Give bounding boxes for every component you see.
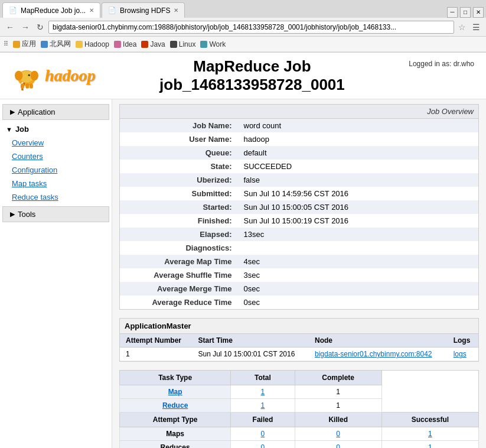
- attempt-row: Reduces 0 0 1: [120, 441, 479, 448]
- job-overview-label: Job Name:: [120, 119, 238, 133]
- bookmark-idea-label: Idea: [123, 40, 136, 48]
- sidebar: Application ▼ Job Overview Counters Conf…: [0, 99, 112, 448]
- bookmark-apps[interactable]: 应用: [13, 39, 36, 49]
- am-attempt: 1: [120, 348, 192, 361]
- minimize-btn[interactable]: ─: [447, 7, 458, 18]
- job-overview-row: Diagnostics:: [120, 241, 479, 255]
- bookmark-idea[interactable]: Idea: [114, 40, 136, 48]
- hadoop-logo: hadoop: [12, 61, 96, 90]
- am-node-link[interactable]: bigdata-senior01.chybinmy.com:8042: [315, 350, 432, 358]
- close-window-btn[interactable]: ✕: [473, 7, 484, 18]
- svg-point-2: [15, 71, 22, 81]
- attempt-successful-link[interactable]: 1: [428, 443, 432, 448]
- job-overview-value: default: [238, 146, 479, 160]
- attempt-killed-link[interactable]: 0: [336, 443, 340, 448]
- menu-btn[interactable]: ☰: [470, 21, 482, 33]
- bookmark-hadoop-label: Hadoop: [84, 40, 109, 48]
- sidebar-item-configuration[interactable]: Configuration: [0, 163, 112, 177]
- job-overview-value: 3sec: [238, 268, 479, 282]
- sidebar-configuration-label: Configuration: [12, 165, 57, 174]
- sidebar-item-reduce-tasks[interactable]: Reduce tasks: [0, 190, 112, 204]
- attempt-failed: 0: [231, 427, 295, 441]
- svg-rect-5: [21, 84, 24, 89]
- tab-close-btn[interactable]: ✕: [89, 7, 94, 14]
- sidebar-application-label: Application: [18, 108, 56, 116]
- content-area: Application ▼ Job Overview Counters Conf…: [0, 99, 486, 448]
- hadoop-text: hadoop: [45, 66, 96, 85]
- task-type: Reduce: [120, 399, 231, 413]
- sidebar-application-toggle[interactable]: Application: [2, 104, 109, 120]
- page-header: hadoop MapReduce Job job_1468133958728_0…: [0, 53, 486, 99]
- sidebar-tools-toggle[interactable]: Tools: [2, 206, 109, 222]
- am-start-time: Sun Jul 10 15:00:01 CST 2016: [192, 348, 309, 361]
- bookmark-java-label: Java: [150, 40, 165, 48]
- back-btn[interactable]: ←: [4, 21, 17, 33]
- attempt-col-killed: Killed: [295, 413, 381, 427]
- bookmark-beifeng[interactable]: 北风网: [41, 39, 71, 49]
- sidebar-item-overview[interactable]: Overview: [0, 136, 112, 150]
- attempt-type: Maps: [120, 427, 231, 441]
- job-overview-label: Average Map Time: [120, 255, 238, 268]
- address-bar[interactable]: [48, 21, 454, 34]
- am-col-logs: Logs: [448, 334, 478, 348]
- job-overview-value: SUCCEEDED: [238, 160, 479, 173]
- task-complete: 1: [295, 399, 381, 413]
- attempt-failed-link[interactable]: 0: [261, 430, 265, 438]
- task-total: 1: [231, 385, 295, 399]
- sidebar-section-job: ▼ Job Overview Counters Configuration Ma…: [0, 122, 112, 204]
- page-title-line1: MapReduce Job: [96, 57, 409, 76]
- bookmark-star-icon[interactable]: ☆: [456, 22, 468, 32]
- bookmarks-bar: ⠿ 应用 北风网 Hadoop Idea Java Linux Work: [0, 37, 486, 52]
- reload-btn[interactable]: ↻: [34, 21, 46, 33]
- tab-icon: 📄: [9, 7, 17, 14]
- tab-hdfs[interactable]: 📄 Browsing HDFS ✕: [102, 2, 185, 18]
- tab-label-2: Browsing HDFS: [120, 7, 170, 15]
- job-overview-row: Queue:default: [120, 146, 479, 160]
- task-complete: 1: [295, 385, 381, 399]
- job-overview-row: Job Name:word count: [120, 119, 479, 133]
- sidebar-item-map-tasks[interactable]: Map tasks: [0, 177, 112, 190]
- tab-mapreduce[interactable]: 📄 MapReduce Job jo... ✕: [2, 2, 100, 18]
- job-overview-row: Elapsed:13sec: [120, 228, 479, 241]
- bookmark-work[interactable]: Work: [200, 40, 226, 48]
- task-total-link[interactable]: 1: [261, 388, 265, 396]
- application-master-title: ApplicationMaster: [120, 319, 478, 334]
- task-type-link[interactable]: Map: [168, 388, 182, 396]
- job-overview-table: Job Overview Job Name:word countUser Nam…: [119, 104, 479, 310]
- job-overview-row: State:SUCCEEDED: [120, 160, 479, 173]
- bookmark-java[interactable]: Java: [141, 40, 165, 48]
- forward-btn[interactable]: →: [19, 21, 32, 33]
- job-overview-value: 0sec: [238, 282, 479, 296]
- hadoop-elephant-icon: [12, 61, 41, 90]
- tab-close-btn-2[interactable]: ✕: [174, 7, 178, 14]
- attempt-successful-link[interactable]: 1: [428, 430, 432, 438]
- job-overview-value: false: [238, 173, 479, 187]
- job-overview-label: Average Reduce Time: [120, 296, 238, 310]
- attempt-killed: 0: [295, 427, 381, 441]
- bookmark-idea-icon: [114, 41, 121, 48]
- bookmark-linux[interactable]: Linux: [170, 40, 196, 48]
- attempt-type: Reduces: [120, 441, 231, 448]
- maximize-btn[interactable]: □: [460, 7, 471, 18]
- bookmark-hadoop[interactable]: Hadoop: [76, 40, 109, 48]
- svg-rect-6: [25, 84, 29, 89]
- task-type-link[interactable]: Reduce: [162, 401, 188, 410]
- header-title-block: MapReduce Job job_1468133958728_0001: [96, 57, 409, 94]
- task-total: 1: [231, 399, 295, 413]
- sidebar-counters-label: Counters: [12, 152, 43, 161]
- attempt-col-successful: Successful: [381, 413, 478, 427]
- attempt-failed-link[interactable]: 0: [261, 443, 265, 448]
- task-total-link[interactable]: 1: [261, 401, 265, 410]
- bookmark-apps-label: 应用: [22, 39, 36, 49]
- page-wrapper: hadoop MapReduce Job job_1468133958728_0…: [0, 53, 486, 448]
- sidebar-section-application: Application: [0, 104, 112, 120]
- am-logs-link[interactable]: logs: [454, 350, 467, 358]
- am-logs: logs: [448, 348, 478, 361]
- sidebar-job-header: ▼ Job: [0, 122, 112, 136]
- sidebar-item-counters[interactable]: Counters: [0, 150, 112, 163]
- job-overview-row: Average Map Time4sec: [120, 255, 479, 268]
- tab-bar: 📄 MapReduce Job jo... ✕ 📄 Browsing HDFS …: [0, 0, 486, 18]
- main-panel: Job Overview Job Name:word countUser Nam…: [112, 99, 486, 448]
- apps-icon[interactable]: ⠿: [4, 40, 8, 48]
- attempt-killed-link[interactable]: 0: [336, 430, 340, 438]
